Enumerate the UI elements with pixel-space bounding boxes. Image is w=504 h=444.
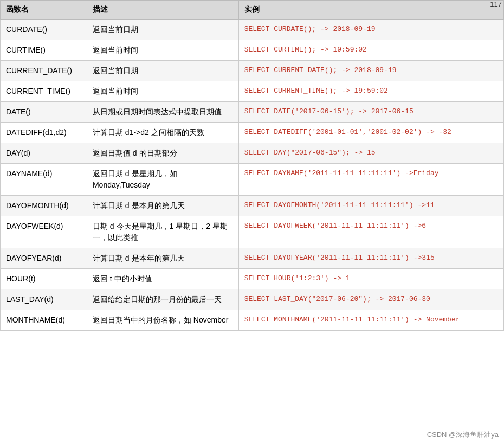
- table-row: CURDATE()返回当前日期SELECT CURDATE(); -> 2018…: [1, 20, 504, 40]
- example-cell: SELECT LAST_DAY("2017-06-20"); -> 2017-0…: [238, 289, 503, 310]
- desc-cell: 返回当前日期: [87, 20, 238, 40]
- func-cell: MONTHNAME(d): [1, 310, 87, 331]
- func-cell: CURRENT_DATE(): [1, 61, 87, 81]
- table-header-row: 函数名 描述 实例: [1, 1, 504, 20]
- watermark: CSDN @深海鱼肝油ya: [427, 430, 499, 440]
- table-row: DATE()从日期或日期时间表达式中提取日期值SELECT DATE('2017…: [1, 102, 504, 123]
- desc-cell: 日期 d 今天是星期几，1 星期日，2 星期一，以此类推: [87, 216, 238, 248]
- func-cell: CURTIME(): [1, 40, 87, 61]
- table-row: DAY(d)返回日期值 d 的日期部分SELECT DAY("2017-06-1…: [1, 143, 504, 164]
- table-row: MONTHNAME(d)返回日期当中的月份名称，如 NovemberSELECT…: [1, 310, 504, 331]
- example-cell: SELECT DAYOFMONTH('2011-11-11 11:11:11')…: [238, 196, 503, 216]
- desc-cell: 返回当前日期: [87, 61, 238, 81]
- func-cell: DAYNAME(d): [1, 164, 87, 196]
- func-cell: DATE(): [1, 102, 87, 123]
- example-cell: SELECT DATEDIFF('2001-01-01','2001-02-02…: [238, 123, 503, 143]
- example-cell: SELECT DAY("2017-06-15"); -> 15: [238, 143, 503, 164]
- table-row: LAST_DAY(d)返回给给定日期的那一月份的最后一天SELECT LAST_…: [1, 289, 504, 310]
- example-cell: SELECT DAYNAME('2011-11-11 11:11:11') ->…: [238, 164, 503, 196]
- table-row: CURRENT_TIME()返回当前时间SELECT CURRENT_TIME(…: [1, 81, 504, 102]
- desc-cell: 计算日期 d1->d2 之间相隔的天数: [87, 123, 238, 143]
- desc-cell: 返回当前时间: [87, 81, 238, 102]
- table-row: CURTIME()返回当前时间SELECT CURTIME(); -> 19:5…: [1, 40, 504, 61]
- example-cell: SELECT DAYOFWEEK('2011-11-11 11:11:11') …: [238, 216, 503, 248]
- func-cell: DAY(d): [1, 143, 87, 164]
- example-cell: SELECT HOUR('1:2:3') -> 1: [238, 269, 503, 289]
- col-header-desc: 描述: [87, 1, 238, 20]
- desc-cell: 计算日期 d 是本年的第几天: [87, 248, 238, 269]
- table-row: CURRENT_DATE()返回当前日期SELECT CURRENT_DATE(…: [1, 61, 504, 81]
- page-wrapper: 117 函数名 描述 实例 CURDATE()返回当前日期SELECT CURD…: [0, 0, 504, 444]
- func-cell: CURDATE(): [1, 20, 87, 40]
- example-cell: SELECT CURTIME(); -> 19:59:02: [238, 40, 503, 61]
- example-cell: SELECT CURRENT_DATE(); -> 2018-09-19: [238, 61, 503, 81]
- functions-table: 函数名 描述 实例 CURDATE()返回当前日期SELECT CURDATE(…: [0, 0, 504, 331]
- example-cell: SELECT CURDATE(); -> 2018-09-19: [238, 20, 503, 40]
- col-header-func: 函数名: [1, 1, 87, 20]
- desc-cell: 返回当前时间: [87, 40, 238, 61]
- table-row: HOUR(t)返回 t 中的小时值SELECT HOUR('1:2:3') ->…: [1, 269, 504, 289]
- table-row: DAYOFYEAR(d)计算日期 d 是本年的第几天SELECT DAYOFYE…: [1, 248, 504, 269]
- desc-cell: 返回日期当中的月份名称，如 November: [87, 310, 238, 331]
- func-cell: DATEDIFF(d1,d2): [1, 123, 87, 143]
- example-cell: SELECT CURRENT_TIME(); -> 19:59:02: [238, 81, 503, 102]
- page-number: 117: [490, 0, 502, 8]
- func-cell: LAST_DAY(d): [1, 289, 87, 310]
- desc-cell: 返回日期 d 是星期几，如 Monday,Tuesday: [87, 164, 238, 196]
- func-cell: DAYOFWEEK(d): [1, 216, 87, 248]
- table-row: DATEDIFF(d1,d2)计算日期 d1->d2 之间相隔的天数SELECT…: [1, 123, 504, 143]
- desc-cell: 返回日期值 d 的日期部分: [87, 143, 238, 164]
- table-row: DAYOFWEEK(d)日期 d 今天是星期几，1 星期日，2 星期一，以此类推…: [1, 216, 504, 248]
- example-cell: SELECT DAYOFYEAR('2011-11-11 11:11:11') …: [238, 248, 503, 269]
- desc-cell: 返回给给定日期的那一月份的最后一天: [87, 289, 238, 310]
- desc-cell: 从日期或日期时间表达式中提取日期值: [87, 102, 238, 123]
- table-row: DAYOFMONTH(d)计算日期 d 是本月的第几天SELECT DAYOFM…: [1, 196, 504, 216]
- func-cell: DAYOFMONTH(d): [1, 196, 87, 216]
- table-row: DAYNAME(d)返回日期 d 是星期几，如 Monday,TuesdaySE…: [1, 164, 504, 196]
- example-cell: SELECT DATE('2017-06-15'); -> 2017-06-15: [238, 102, 503, 123]
- example-cell: SELECT MONTHNAME('2011-11-11 11:11:11') …: [238, 310, 503, 331]
- col-header-example: 实例: [238, 1, 503, 20]
- func-cell: HOUR(t): [1, 269, 87, 289]
- desc-cell: 计算日期 d 是本月的第几天: [87, 196, 238, 216]
- desc-cell: 返回 t 中的小时值: [87, 269, 238, 289]
- func-cell: DAYOFYEAR(d): [1, 248, 87, 269]
- func-cell: CURRENT_TIME(): [1, 81, 87, 102]
